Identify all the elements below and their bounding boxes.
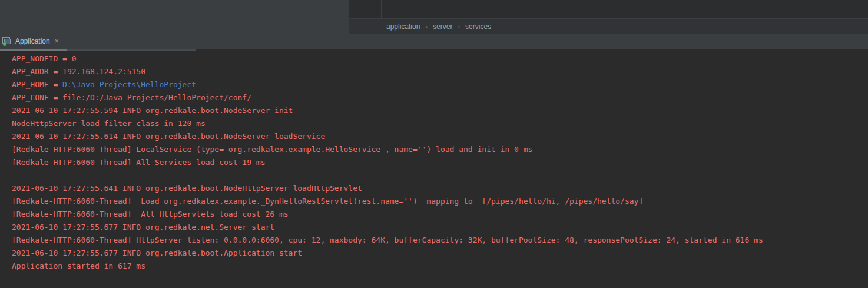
editor-viewport[interactable]: [349, 0, 868, 19]
log-text: [Redkale-HTTP:6060-Thread] All HttpServl…: [12, 210, 289, 219]
log-text: 2021-06-10 17:27:55.677 INFO org.redkale…: [12, 223, 274, 231]
file-path-link[interactable]: D:\Java-Projects\HelloProject: [62, 80, 196, 89]
log-text: APP_HOME =: [12, 80, 62, 89]
log-text: APP_NODEID = 0: [12, 54, 77, 63]
console-line: APP_NODEID = 0: [12, 52, 868, 65]
log-text: [Redkale-HTTP:6060-Thread] HttpServer li…: [12, 236, 763, 244]
console-line: APP_HOME = D:\Java-Projects\HelloProject: [12, 78, 868, 91]
console-line: APP_CONF = file:/D:/Java-Projects/HelloP…: [12, 91, 868, 104]
console-line: Application started in 617 ms: [12, 260, 868, 273]
log-text: 2021-06-10 17:27:55.641 INFO org.redkale…: [12, 184, 362, 193]
console-line: NodeHttpServer load filter class in 120 …: [12, 117, 868, 130]
ide-window: application›server›services Application …: [0, 0, 868, 288]
log-text: [Redkale-HTTP:6060-Thread] All Services …: [12, 158, 265, 167]
log-text: NodeHttpServer load filter class in 120 …: [12, 119, 206, 128]
run-console-icon: [2, 37, 12, 45]
breadcrumb-separator-icon: ›: [425, 23, 428, 30]
breadcrumb-item-services[interactable]: services: [465, 22, 491, 31]
log-text: APP_CONF = file:/D:/Java-Projects/HelloP…: [12, 93, 251, 102]
console-output[interactable]: APP_NODEID = 0APP_ADDR = 192.168.124.2:5…: [0, 51, 868, 288]
log-text: 2021-06-10 17:27:55.594 INFO org.redkale…: [12, 106, 293, 115]
tab-application[interactable]: Application ×: [0, 34, 64, 49]
left-tool-panel: [0, 0, 349, 34]
close-icon[interactable]: ×: [55, 38, 59, 45]
log-text: APP_ADDR = 192.168.124.2:5150: [12, 67, 145, 76]
console-line: [Redkale-HTTP:6060-Thread] LocalService …: [12, 143, 868, 156]
editor-gutter-divider: [381, 0, 382, 19]
console-line: [12, 169, 868, 182]
breadcrumb-item-server[interactable]: server: [433, 22, 452, 31]
breadcrumb: application›server›services: [349, 19, 868, 34]
log-text: Application started in 617 ms: [12, 261, 145, 270]
console-line: 2021-06-10 17:27:55.641 INFO org.redkale…: [12, 182, 868, 195]
log-text: [Redkale-HTTP:6060-Thread] LocalService …: [12, 145, 532, 154]
breadcrumb-separator-icon: ›: [458, 23, 460, 30]
console-line: APP_ADDR = 192.168.124.2:5150: [12, 65, 868, 78]
console-line: [Redkale-HTTP:6060-Thread] Load org.redk…: [12, 195, 868, 208]
log-text: 2021-06-10 17:27:55.614 INFO org.redkale…: [12, 132, 325, 141]
top-row: application›server›services: [0, 0, 868, 34]
console-line: [Redkale-HTTP:6060-Thread] All HttpServl…: [12, 208, 868, 221]
tab-application-label: Application: [15, 37, 50, 45]
run-toolwindow-tab-bar: Application ×: [0, 34, 868, 49]
log-text: [Redkale-HTTP:6060-Thread] Load org.redk…: [12, 197, 643, 206]
console-line: 2021-06-10 17:27:55.677 INFO org.redkale…: [12, 221, 868, 234]
console-line: 2021-06-10 17:27:55.614 INFO org.redkale…: [12, 130, 868, 143]
console-line: 2021-06-10 17:27:55.594 INFO org.redkale…: [12, 104, 868, 117]
console-line: [Redkale-HTTP:6060-Thread] HttpServer li…: [12, 234, 868, 247]
editor-area: application›server›services: [349, 0, 868, 34]
console-line: [Redkale-HTTP:6060-Thread] All Services …: [12, 156, 868, 169]
log-text: 2021-06-10 17:27:55.677 INFO org.redkale…: [12, 249, 302, 257]
console-line: 2021-06-10 17:27:55.677 INFO org.redkale…: [12, 247, 868, 260]
breadcrumb-item-application[interactable]: application: [386, 22, 420, 31]
